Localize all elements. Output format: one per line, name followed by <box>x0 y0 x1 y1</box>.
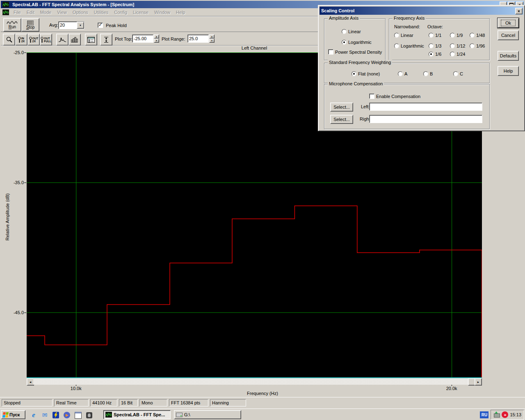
plot-top-spin-up[interactable]: ▲ <box>154 34 159 39</box>
octave-1-6-label: 1/6 <box>435 52 441 57</box>
avg-combobox[interactable]: 20 ▼ <box>58 21 84 29</box>
octave-1-96-radio[interactable] <box>470 43 475 48</box>
dialog-close-button[interactable]: × <box>515 8 523 14</box>
amplitude-logarithmic-label: Logarithmic <box>348 40 372 45</box>
frequency-scrollbar[interactable]: ◄ ► <box>27 378 482 385</box>
menu-options[interactable]: Options <box>70 9 91 16</box>
zoom-in-2x-button[interactable]: IN2X <box>15 34 27 46</box>
enable-compensation-checkbox[interactable] <box>369 94 374 99</box>
dialog-titlebar[interactable]: Scaling Control <box>320 7 523 15</box>
menu-mode[interactable]: Mode <box>37 9 55 16</box>
octave-1-48-radio[interactable] <box>470 33 475 38</box>
plot-range-spin-down[interactable]: ▼ <box>209 39 215 43</box>
spin-down-icon: ▼ <box>155 40 158 42</box>
octave-1-24-radio[interactable] <box>450 52 455 57</box>
document-icon[interactable] <box>2 9 9 15</box>
x-tick-label: 10.0k <box>59 386 92 391</box>
menu-license[interactable]: License <box>130 9 151 16</box>
removable-device-tray-icon[interactable] <box>493 411 500 418</box>
octave-1-1-radio[interactable] <box>429 33 434 38</box>
vertical-scale-button[interactable] <box>100 34 112 46</box>
taskbar-clock[interactable]: 15:13 <box>510 412 521 417</box>
select-right-button[interactable]: Select... <box>330 115 353 124</box>
window-title: SpectraLAB - FFT Spectral Analysis Syste… <box>12 2 134 7</box>
menu-view[interactable]: View <box>54 9 70 16</box>
zoom-tool-button[interactable] <box>3 34 15 46</box>
narrowband-logarithmic-label: Logarithmic <box>401 43 424 48</box>
avg-dropdown-button[interactable]: ▼ <box>77 22 84 29</box>
weighting-a-radio[interactable] <box>398 71 403 76</box>
quicklaunch-mail-button[interactable]: ✉ <box>40 411 50 420</box>
quicklaunch-show-desktop-button[interactable] <box>73 411 83 420</box>
taskbar-task-spectralab[interactable]: SpectraLAB - FFT Spe... <box>103 410 171 419</box>
weighting-flat-radio[interactable] <box>352 71 356 76</box>
octave-1-9-radio[interactable] <box>450 33 455 38</box>
psd-checkbox[interactable] <box>328 49 333 55</box>
psd-label: Power Spectral Density <box>335 50 382 55</box>
octave-1-6-radio[interactable] <box>429 52 434 57</box>
cancel-button[interactable]: Cancel <box>498 30 519 40</box>
quicklaunch-winamp-button[interactable] <box>51 411 61 420</box>
start-button[interactable]: Пуск <box>1 410 25 419</box>
amplitude-logarithmic-radio[interactable] <box>342 40 347 45</box>
quicklaunch-mediaplayer-button[interactable]: ▶ <box>62 411 72 420</box>
line-spectrum-button[interactable] <box>56 34 68 46</box>
defaults-label: Defaults <box>500 53 516 58</box>
plot-range-spin-up[interactable]: ▲ <box>209 34 215 39</box>
weighting-b-radio[interactable] <box>423 71 428 76</box>
octave-1-12-radio[interactable] <box>450 43 455 48</box>
drive-icon <box>176 413 183 417</box>
status-bit-depth: 16 Bit <box>119 399 138 406</box>
display-options-button[interactable] <box>85 34 97 46</box>
taskbar-task-gdrive[interactable]: G:\ <box>174 410 241 419</box>
start-label: Пуск <box>9 412 20 417</box>
narrowband-logarithmic-radio[interactable] <box>394 43 399 48</box>
octave-1-3-radio[interactable] <box>429 43 434 48</box>
y-tick-label: -35.0 <box>6 180 24 185</box>
zoom-full-text2: FULL <box>44 40 51 43</box>
left-compensation-input[interactable] <box>369 103 482 111</box>
weighting-flat-label: Flat (none) <box>358 71 380 76</box>
waveform-icon <box>105 412 112 418</box>
quicklaunch-ie-button[interactable]: e <box>29 411 39 420</box>
ok-button[interactable]: Ok <box>498 18 519 28</box>
right-compensation-input[interactable] <box>369 115 482 123</box>
antivirus-tray-icon[interactable]: » <box>502 411 508 418</box>
zoom-out-2x-button[interactable]: OUT2X <box>27 34 40 46</box>
help-button[interactable]: Help <box>498 66 519 76</box>
menu-file[interactable]: File <box>11 9 24 16</box>
narrowband-linear-radio[interactable] <box>394 33 399 38</box>
y-tick-label: -45.0 <box>6 310 24 315</box>
menu-window[interactable]: Window <box>151 9 173 16</box>
menu-edit[interactable]: Edit <box>24 9 37 16</box>
zoom-full-text1: OUT <box>44 37 50 40</box>
menu-config[interactable]: Config <box>111 9 130 16</box>
scroll-right-button[interactable]: ► <box>475 378 482 386</box>
avg-label: Avg: <box>49 23 58 27</box>
amplitude-linear-radio[interactable] <box>342 29 347 34</box>
plot-top-spin-down[interactable]: ▼ <box>154 39 159 43</box>
left-file-label: Left: <box>361 104 370 109</box>
narrowband-linear-label: Linear <box>401 33 413 38</box>
quicklaunch-app-button[interactable] <box>84 411 94 420</box>
weighting-group: Standard Frequency Weighting Flat (none)… <box>324 63 490 83</box>
language-indicator[interactable]: RU <box>480 411 488 418</box>
zoom-full-button[interactable]: OUTFULL <box>40 34 52 46</box>
app-icon[interactable] <box>2 2 9 7</box>
select-left-button[interactable]: Select... <box>330 103 353 112</box>
weighting-c-radio[interactable] <box>453 71 458 76</box>
options-window-icon <box>87 37 95 43</box>
menu-help[interactable]: Help <box>173 9 188 16</box>
scrollbar-track[interactable] <box>33 378 475 385</box>
octave-1-1-label: 1/1 <box>435 33 441 38</box>
defaults-button[interactable]: Defaults <box>498 51 519 61</box>
plot-top-input[interactable] <box>132 34 153 43</box>
stop-button[interactable]: Stop <box>21 18 39 32</box>
run-button[interactable]: Run <box>3 18 21 32</box>
spectrum-peak-hold-line <box>27 206 482 377</box>
menu-utilities[interactable]: Utilities <box>91 9 111 16</box>
plot-range-input[interactable] <box>187 34 209 43</box>
waveform-icon <box>2 9 9 15</box>
bar-spectrum-button[interactable] <box>68 34 81 46</box>
peak-hold-checkbox[interactable] <box>98 23 103 28</box>
